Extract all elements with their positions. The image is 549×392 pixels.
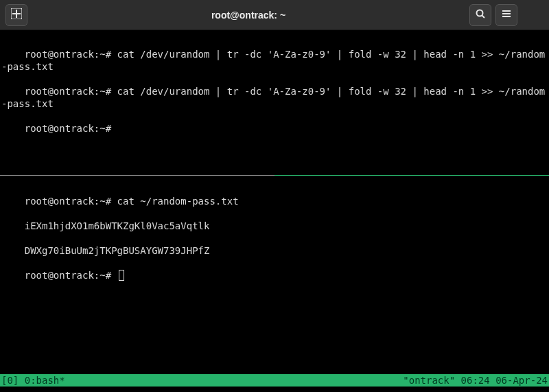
terminal-line: root@ontrack:~# cat /dev/urandom | tr -d… [1,86,545,109]
terminal-line: DWXg70iBuUm2jTKPgBUSAYGW739JHPfZ [25,245,210,256]
titlebar: root@ontrack: ~ [0,0,549,30]
tmux-pane-divider[interactable] [0,175,549,176]
svg-rect-7 [502,16,511,17]
tmux-statusbar: [0] 0:bash* "ontrack" 06:24 06-Apr-24 [0,374,549,387]
svg-rect-5 [502,10,511,12]
svg-point-3 [477,10,483,16]
svg-line-4 [482,16,485,19]
close-button[interactable] [522,4,544,26]
titlebar-left [5,4,27,26]
divider-inactive-segment [0,175,274,176]
statusbar-right: "ontrack" 06:24 06-Apr-24 [403,374,548,387]
statusbar-left: [0] 0:bash* [1,374,65,387]
terminal-line: root@ontrack:~# cat ~/random-pass.txt [25,196,239,207]
new-tab-button[interactable] [5,4,27,26]
menu-button[interactable] [495,4,517,26]
terminal-line: root@ontrack:~# [25,270,117,281]
svg-rect-6 [502,13,511,14]
terminal-cursor [119,270,124,281]
terminal-line: root@ontrack:~# [25,123,111,134]
tmux-pane-bottom[interactable]: root@ontrack:~# cat ~/random-pass.txt iE… [0,183,549,378]
tmux-pane-top[interactable]: root@ontrack:~# cat /dev/urandom | tr -d… [0,36,549,173]
terminal-line: iEXm1hjdXO1m6bWTKZgKl0Vac5aVqtlk [25,220,210,231]
window-title: root@ontrack: ~ [27,10,469,21]
terminal-line: root@ontrack:~# cat /dev/urandom | tr -d… [1,49,545,72]
plus-icon [11,8,22,21]
search-button[interactable] [469,4,491,26]
terminal-body[interactable]: root@ontrack:~# cat /dev/urandom | tr -d… [0,30,549,392]
divider-active-segment [274,175,549,176]
titlebar-right [469,4,544,26]
search-icon [475,8,486,21]
hamburger-icon [501,8,512,21]
svg-rect-1 [12,13,21,14]
